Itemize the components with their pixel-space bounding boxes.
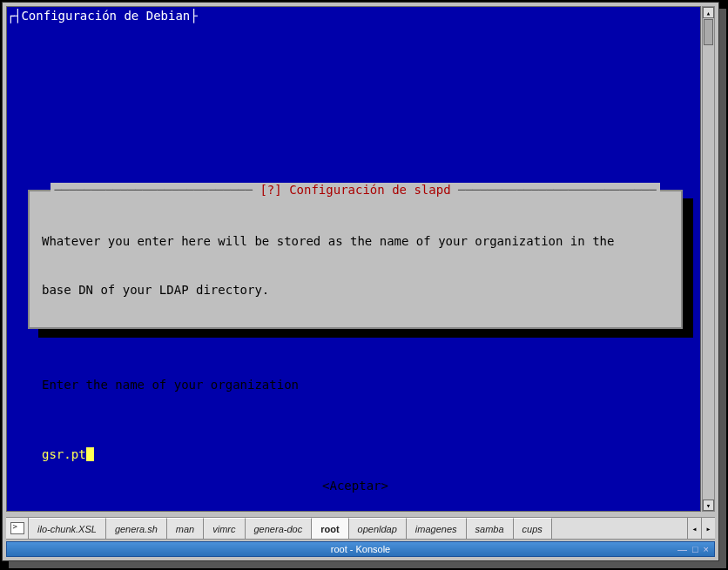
konsole-window: ┌ ┤Configuración de Debian├ ────────────… bbox=[2, 2, 719, 561]
scroll-up-icon[interactable]: ▴ bbox=[703, 7, 714, 18]
input-value: gsr.pt bbox=[42, 447, 86, 461]
minimize-button[interactable]: — bbox=[677, 544, 687, 554]
session-tab[interactable]: ilo-chunk.XSL bbox=[29, 518, 106, 539]
organization-input[interactable]: ________________________________________… bbox=[42, 447, 669, 463]
maximize-button[interactable]: □ bbox=[692, 544, 698, 554]
session-tab[interactable]: genera-doc bbox=[246, 518, 313, 539]
session-tab-bar: ilo-chunk.XSLgenera.shmanvimrcgenera-doc… bbox=[6, 517, 715, 540]
scroll-down-icon[interactable]: ▾ bbox=[703, 500, 714, 511]
vertical-scrollbar[interactable]: ▴ ▾ bbox=[702, 6, 715, 512]
new-session-button[interactable] bbox=[6, 518, 29, 539]
dialog-body: Whatever you enter here will be stored a… bbox=[30, 191, 681, 435]
dialog-text-line: Whatever you enter here will be stored a… bbox=[42, 233, 669, 250]
session-tab[interactable]: cups bbox=[514, 518, 552, 539]
dialog-title-row: ─────────────────────────── [?] Configur… bbox=[30, 183, 681, 197]
dialog-prompt: Enter the name of your organization bbox=[42, 377, 669, 393]
session-tab[interactable]: root bbox=[312, 518, 348, 539]
session-tab[interactable]: imagenes bbox=[407, 518, 467, 539]
accept-button[interactable]: <Aceptar> bbox=[322, 479, 388, 493]
session-tab[interactable]: samba bbox=[467, 518, 514, 539]
window-title-bar: root - Konsole — □ × bbox=[6, 541, 715, 557]
session-tab[interactable]: openldap bbox=[349, 518, 407, 539]
scroll-thumb[interactable] bbox=[704, 19, 713, 45]
debconf-title: ┤Configuración de Debian├ bbox=[14, 9, 198, 23]
terminal-viewport: ┌ ┤Configuración de Debian├ ────────────… bbox=[6, 6, 701, 512]
close-button[interactable]: × bbox=[704, 544, 709, 554]
text-cursor bbox=[86, 447, 94, 461]
terminal-icon bbox=[10, 522, 24, 534]
session-tab[interactable]: genera.sh bbox=[106, 518, 167, 539]
tab-scroll-left-icon[interactable]: ◂ bbox=[687, 518, 701, 539]
session-tab[interactable]: vimrc bbox=[204, 518, 245, 539]
dialog-text-line: base DN of your LDAP directory. bbox=[42, 282, 669, 298]
window-title: root - Konsole bbox=[331, 544, 390, 554]
tab-scroll-right-icon[interactable]: ▸ bbox=[701, 518, 715, 539]
session-tab[interactable]: man bbox=[167, 518, 204, 539]
slapd-config-dialog: ─────────────────────────── [?] Configur… bbox=[28, 190, 683, 329]
